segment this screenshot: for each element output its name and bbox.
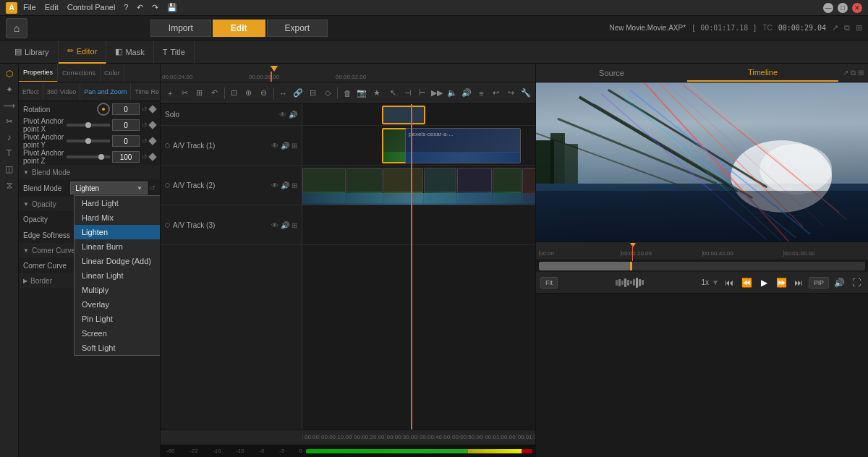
tl-settings[interactable]: ↩ [490, 85, 503, 101]
source-tab[interactable]: Source [536, 64, 687, 82]
tl-volume-up[interactable]: 🔊 [460, 85, 473, 101]
tl-snap[interactable]: ⊟ [306, 85, 319, 101]
prev-btn[interactable]: ⏪ [739, 276, 754, 290]
av1-expand-icon[interactable]: ⊞ [292, 142, 297, 150]
dropdown-item-pin-light[interactable]: Pin Light [75, 312, 160, 326]
sidebar-icon-text[interactable]: T [2, 146, 17, 161]
timebar-track[interactable]: 00:00 00:00:20.00 00:00:40.00 00:01:00.0… [539, 245, 865, 257]
tl-more[interactable]: ▶▶ [430, 85, 443, 101]
menu-save[interactable]: 💾 [167, 3, 177, 12]
pivot-y-input[interactable] [112, 135, 140, 147]
tl-zoom-out[interactable]: ⊖ [257, 85, 270, 101]
tab-effect[interactable]: Effect [19, 82, 43, 101]
tab-color[interactable]: Color [101, 64, 124, 82]
solo-clip[interactable] [382, 106, 425, 124]
menu-file[interactable]: File [23, 3, 36, 12]
dropdown-item-overlay[interactable]: Overlay [75, 297, 160, 312]
av2-audio-icon[interactable]: 🔊 [281, 181, 289, 189]
timeline-tab[interactable]: Timeline [687, 64, 838, 82]
play-btn[interactable]: ▶ [757, 276, 771, 290]
tl-group[interactable]: ⊞ [193, 85, 206, 101]
tab-library[interactable]: ▤ Library [6, 40, 59, 64]
sidebar-icon-layers[interactable]: ◫ [2, 162, 17, 176]
pivot-z-keyframe[interactable] [148, 153, 156, 161]
blend-mode-dropdown[interactable]: Lighten ▼ [70, 181, 148, 195]
av3-audio-icon[interactable]: 🔊 [281, 221, 289, 229]
av3-expand-icon[interactable]: ⊞ [292, 221, 297, 229]
dropdown-item-linear-burn[interactable]: Linear Burn [75, 239, 160, 254]
pivot-x-thumb[interactable] [85, 122, 91, 128]
tab-panzoom[interactable]: Pan and Zoom [80, 82, 131, 101]
tl-wrench[interactable]: 🔧 [519, 85, 532, 101]
vol-icon[interactable]: 🔊 [832, 276, 846, 290]
tl-markers[interactable]: ◇ [321, 85, 334, 101]
menu-edit[interactable]: Edit [45, 3, 59, 12]
av3-eye-icon[interactable]: 👁 [271, 221, 278, 229]
preview-icon-1[interactable]: ↗ [843, 69, 848, 77]
rotation-reset[interactable]: ↺ [142, 106, 148, 113]
tl-delete[interactable]: 🗑 [341, 85, 354, 101]
dropdown-item-multiply[interactable]: Multiply [75, 283, 160, 297]
rotation-input[interactable] [112, 103, 140, 115]
rotation-keyframe[interactable] [148, 105, 156, 113]
tl-volume-down[interactable]: 🔈 [446, 85, 459, 101]
tab-properties[interactable]: Properties [19, 64, 58, 82]
tl-add-track[interactable]: + [163, 85, 176, 101]
tab-360video[interactable]: 360 Video [43, 82, 80, 101]
go-start-btn[interactable]: ⏮ [722, 276, 736, 290]
tl-prev-frame[interactable]: ⊣ [401, 85, 414, 101]
export-button[interactable]: Export [267, 20, 328, 37]
sidebar-icon-effects[interactable]: ✦ [2, 82, 17, 97]
edit-button[interactable]: Edit [213, 20, 265, 37]
dropdown-item-linear-light[interactable]: Linear Light [75, 268, 160, 283]
track-eye-icon[interactable]: 👁 [279, 111, 286, 119]
minimize-button[interactable]: — [823, 3, 833, 13]
pivot-z-input[interactable] [112, 151, 140, 163]
copy-icon[interactable]: ⧉ [844, 23, 850, 33]
sidebar-icon-history[interactable]: ⧖ [2, 178, 17, 192]
fullscreen-icon[interactable]: ⛶ [849, 276, 864, 290]
dropdown-item-hard-light[interactable]: Hard Light [75, 196, 160, 210]
pivot-y-reset[interactable]: ↺ [142, 137, 148, 145]
tl-link[interactable]: 🔗 [292, 85, 305, 101]
track-audio-icon[interactable]: 🔊 [289, 111, 297, 119]
av1-audio-icon[interactable]: 🔊 [281, 142, 289, 150]
av1-eye-icon[interactable]: 👁 [271, 142, 278, 150]
pivot-x-input[interactable] [112, 119, 140, 131]
playbar-handle[interactable] [630, 262, 632, 270]
playbar[interactable] [539, 262, 865, 270]
sidebar-icon-edit[interactable]: ✂ [2, 114, 17, 129]
dropdown-item-soft-light[interactable]: Soft Light [75, 341, 160, 355]
tl-select[interactable]: ↖ [386, 85, 399, 101]
pivot-z-slider[interactable] [67, 155, 110, 158]
close-button[interactable]: ✕ [852, 3, 862, 13]
rotation-dial[interactable] [97, 103, 110, 116]
tl-camera[interactable]: 📷 [355, 85, 368, 101]
tab-editor[interactable]: ✏ Editor [59, 40, 107, 64]
import-button[interactable]: Import [150, 20, 211, 37]
av2-expand-icon[interactable]: ⊞ [292, 181, 297, 189]
tab-timere[interactable]: Time Re [131, 82, 160, 101]
pip-btn[interactable]: PiP [809, 277, 829, 289]
export-icon[interactable]: ↗ [832, 23, 838, 33]
menu-redo[interactable]: ↷ [152, 3, 158, 12]
tab-corrections[interactable]: Corrections [58, 64, 101, 82]
sidebar-icon-properties[interactable]: ⬡ [2, 67, 17, 81]
preview-icon-2[interactable]: ⧉ [851, 69, 856, 77]
tl-next-frame[interactable]: ⊢ [416, 85, 429, 101]
speed-arrow[interactable]: ▼ [712, 278, 719, 286]
tab-title[interactable]: T Title [154, 40, 195, 64]
pivot-z-reset[interactable]: ↺ [142, 153, 148, 161]
tl-split[interactable]: ✂ [178, 85, 191, 101]
pivot-z-thumb[interactable] [98, 154, 104, 160]
menu-undo[interactable]: ↶ [137, 3, 143, 12]
pivot-x-reset[interactable]: ↺ [142, 121, 148, 129]
grid-icon[interactable]: ⊞ [856, 23, 862, 33]
home-button[interactable]: ⌂ [6, 18, 27, 38]
next-btn[interactable]: ⏩ [774, 276, 788, 290]
pivot-x-keyframe[interactable] [148, 121, 156, 129]
pivot-y-slider[interactable] [67, 140, 110, 142]
dropdown-item-hard-mix[interactable]: Hard Mix [75, 210, 160, 225]
tl-zoom-fit[interactable]: ⊡ [227, 85, 240, 101]
sidebar-icon-transitions[interactable]: ⟶ [2, 98, 17, 113]
